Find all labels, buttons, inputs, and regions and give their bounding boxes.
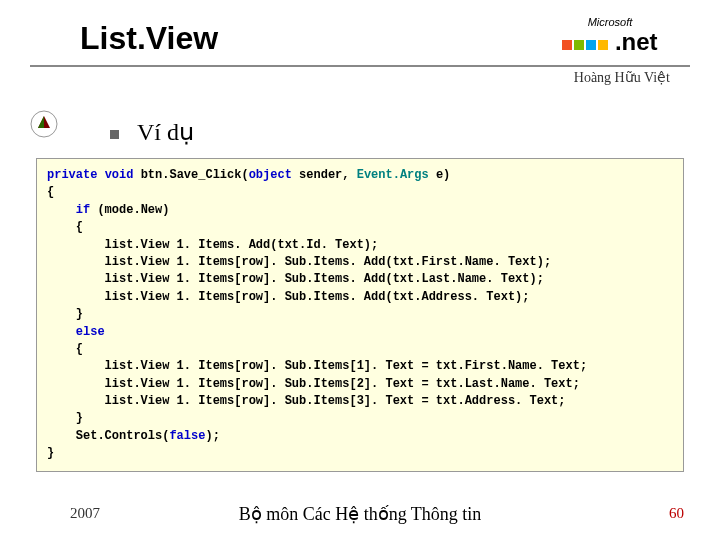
svg-marker-2 (38, 116, 44, 128)
bullet-icon (110, 130, 119, 139)
logo-product: .net (615, 28, 658, 55)
footer: 2007 Bộ môn Các Hệ thống Thông tin 60 (0, 505, 720, 522)
section-heading: Ví dụ (137, 118, 194, 146)
page-number: 60 (669, 505, 684, 522)
footer-department: Bộ môn Các Hệ thống Thông tin (239, 503, 482, 525)
divider (30, 65, 690, 67)
code-block: private void btn.Save_Click(object sende… (36, 158, 684, 472)
logo-microsoft-net: Microsoft .net (540, 8, 680, 63)
footer-year: 2007 (70, 505, 100, 522)
author-name: Hoàng Hữu Việt (0, 69, 670, 86)
logo-company: Microsoft (562, 16, 657, 28)
decorative-logo-icon (30, 110, 58, 138)
